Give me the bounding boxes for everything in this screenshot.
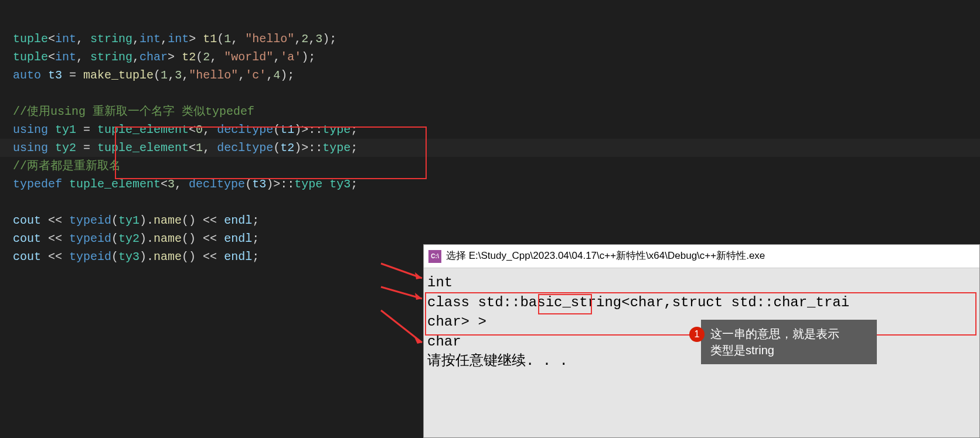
- code-editor[interactable]: tuple<int, string,int,int> t1(1, "hello"…: [0, 0, 980, 278]
- console-title: 选择 E:\Study_Cpp\2023.04\04.17\c++新特性\x64…: [446, 248, 765, 264]
- annotation-callout: 1 这一串的意思，就是表示 类型是string: [701, 320, 877, 364]
- svg-marker-3: [415, 293, 422, 300]
- console-line-2: class std::basic_string<char,struct std:…: [427, 293, 976, 313]
- annotation-text: 这一串的意思，就是表示 类型是string: [710, 326, 839, 358]
- svg-line-4: [381, 310, 422, 343]
- code-line-8[interactable]: typedef tuple_element<3, decltype(t3)>::…: [13, 177, 358, 191]
- code-line-3[interactable]: auto t3 = make_tuple(1,3,"hello",'c',4);: [13, 69, 294, 82]
- code-cout-2[interactable]: cout << typeid(ty2).name() << endl;: [13, 232, 259, 245]
- code-line-6[interactable]: using ty2 = tuple_element<1, decltype(t2…: [13, 141, 358, 155]
- code-cout-3[interactable]: cout << typeid(ty3).name() << endl;: [13, 250, 259, 264]
- svg-line-2: [381, 287, 422, 299]
- code-line-2[interactable]: tuple<int, string,char> t2(2, "world",'a…: [13, 50, 315, 64]
- code-line-1[interactable]: tuple<int, string,int,int> t1(1, "hello"…: [13, 32, 336, 46]
- code-comment-2: //两者都是重新取名: [13, 159, 121, 173]
- console-icon: C:\: [428, 250, 441, 263]
- code-cout-1[interactable]: cout << typeid(ty1).name() << endl;: [13, 214, 259, 227]
- annotation-number-badge: 1: [689, 327, 705, 342]
- code-comment-1: //使用using 重新取一个名字 类似typedef: [13, 105, 254, 118]
- console-line-1: int: [427, 273, 976, 293]
- svg-marker-5: [414, 337, 422, 344]
- console-titlebar[interactable]: C:\ 选择 E:\Study_Cpp\2023.04\04.17\c++新特性…: [424, 245, 979, 268]
- code-line-5[interactable]: using ty1 = tuple_element<0, decltype(t1…: [13, 123, 358, 136]
